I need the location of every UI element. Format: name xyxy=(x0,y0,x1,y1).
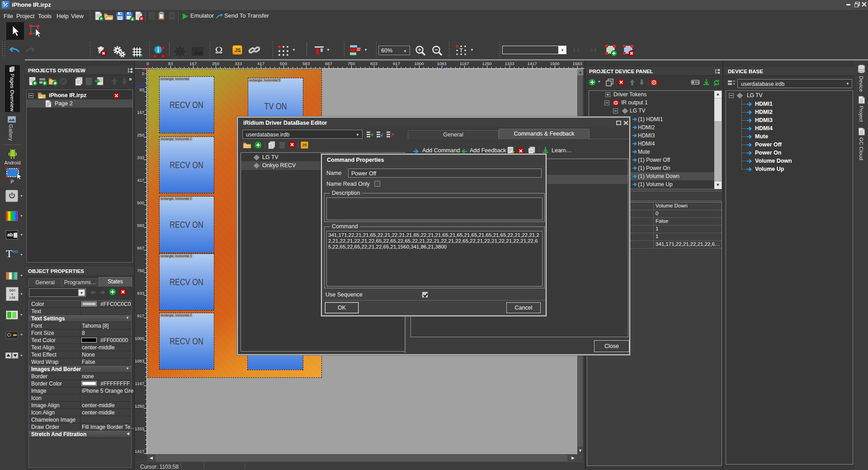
svg-text:T: T xyxy=(459,47,463,54)
svg-text:A: A xyxy=(198,51,202,56)
